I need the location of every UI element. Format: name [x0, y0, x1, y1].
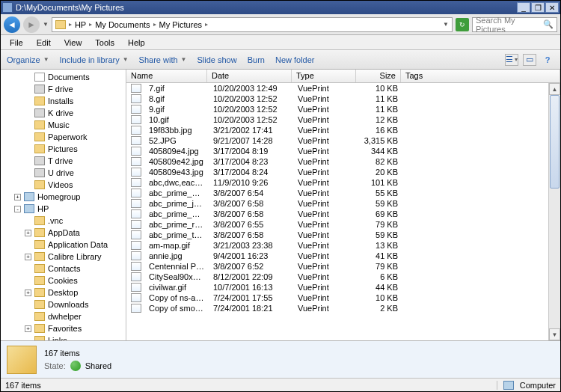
preview-pane-button[interactable]: ▭	[523, 54, 536, 66]
burn-button[interactable]: Burn	[248, 55, 265, 64]
chevron-icon[interactable]: ▸	[89, 21, 92, 28]
col-size[interactable]: Size	[356, 70, 401, 82]
expand-icon[interactable]: +	[14, 194, 21, 200]
file-row[interactable]: Copy of smokefreeico...7/24/2001 18:21Vu…	[126, 303, 548, 313]
tree-node[interactable]: +Desktop	[1, 287, 126, 298]
menu-view[interactable]: View	[58, 37, 88, 49]
include-button[interactable]: Include in library▼	[60, 55, 129, 64]
restore-button[interactable]: ❐	[531, 2, 545, 13]
tree-node[interactable]: Documents	[1, 71, 126, 83]
file-row[interactable]: 7.gif10/20/2003 12:49VuePrint10 KB	[126, 83, 548, 94]
scroll-thumb[interactable]	[550, 95, 560, 189]
chevron-icon[interactable]: ▸	[205, 21, 208, 28]
minimize-button[interactable]: _	[517, 2, 530, 13]
tree-node[interactable]: Music	[1, 119, 126, 131]
file-row[interactable]: abc_prime_road_070...3/8/2007 6:55VuePri…	[126, 219, 548, 230]
tree-node[interactable]: .vnc	[1, 215, 126, 227]
tree-node[interactable]: Videos	[1, 179, 126, 191]
file-row[interactable]: abc,dwc,eac.jpg11/9/2010 9:26VuePrint101…	[126, 177, 548, 188]
tree-node[interactable]: Cookies	[1, 275, 126, 287]
dropdown-icon[interactable]: ▼	[443, 21, 449, 28]
expand-icon[interactable]: +	[25, 325, 31, 332]
file-icon	[131, 84, 141, 93]
chevron-icon[interactable]: ▸	[69, 21, 72, 28]
tree-node[interactable]: T drive	[1, 155, 126, 167]
tree-node[interactable]: +Homegroup	[1, 191, 126, 203]
file-icon	[131, 147, 141, 156]
expand-icon[interactable]: +	[25, 230, 31, 236]
help-button[interactable]: ?	[541, 54, 554, 66]
file-row[interactable]: abc_prime_plaid_070...3/8/2007 6:58VuePr…	[126, 209, 548, 219]
expand-icon[interactable]: -	[14, 206, 21, 212]
file-row[interactable]: 52.JPG9/21/2007 14:28VuePrint3,315 KB	[126, 135, 548, 146]
file-rows[interactable]: 7.gif10/20/2003 12:49VuePrint10 KB8.gif1…	[126, 83, 548, 340]
file-row[interactable]: civilwar.gif10/7/2001 16:13VuePrint44 KB	[126, 282, 548, 293]
file-row[interactable]: Copy of ns-ani.gif7/24/2001 17:55VuePrin…	[126, 293, 548, 303]
newfolder-button[interactable]: New folder	[275, 55, 315, 64]
refresh-button[interactable]: ↻	[456, 18, 469, 31]
breadcrumb-seg[interactable]: My Pictures	[159, 20, 202, 29]
breadcrumb[interactable]: ▸ HP ▸ My Documents ▸ My Pictures ▸ ▼	[52, 17, 453, 32]
menu-help[interactable]: Help	[122, 37, 151, 49]
tree-node[interactable]: U drive	[1, 167, 126, 179]
organize-button[interactable]: Organize▼	[7, 55, 49, 64]
folder-icon	[34, 240, 45, 249]
file-row[interactable]: Centennial Park.jpg3/8/2007 6:52VuePrint…	[126, 261, 548, 272]
file-row[interactable]: am-map.gif3/21/2003 23:38VuePrint13 KB	[126, 240, 548, 251]
scroll-down-button[interactable]: ▼	[549, 328, 560, 340]
expand-icon[interactable]: +	[25, 254, 31, 260]
tree-node[interactable]: K drive	[1, 107, 126, 119]
tree-node[interactable]: F drive	[1, 83, 126, 95]
file-type: VuePrint	[293, 262, 358, 271]
file-row[interactable]: 8.gif10/20/2003 12:52VuePrint11 KB	[126, 94, 548, 104]
tree-node[interactable]: Links	[1, 334, 126, 340]
tree-node[interactable]: Installs	[1, 95, 126, 107]
history-dropdown[interactable]: ▼	[43, 21, 49, 28]
expand-icon[interactable]: +	[25, 290, 31, 296]
file-row[interactable]: CitySeal90x90.jpg8/12/2001 22:09VuePrint…	[126, 272, 548, 282]
tree-node[interactable]: Application Data	[1, 239, 126, 251]
file-row[interactable]: 9.gif10/20/2003 12:52VuePrint11 KB	[126, 104, 548, 114]
file-row[interactable]: annie.jpg9/4/2001 16:23VuePrint41 KB	[126, 251, 548, 261]
tree-node[interactable]: Pictures	[1, 143, 126, 155]
col-type[interactable]: Type	[292, 70, 356, 82]
breadcrumb-seg[interactable]: My Documents	[95, 20, 150, 29]
tree-node[interactable]: +AppData	[1, 227, 126, 239]
file-row[interactable]: 19f83bb.jpg3/21/2002 17:41VuePrint16 KB	[126, 125, 548, 135]
tree-node[interactable]: Paperwork	[1, 131, 126, 143]
folder-tree[interactable]: DocumentsF driveInstallsK driveMusicPape…	[1, 70, 126, 340]
scroll-up-button[interactable]: ▲	[549, 83, 560, 95]
tree-node[interactable]: +Calibre Library	[1, 251, 126, 263]
search-input[interactable]: Search My Pictures 🔍	[472, 17, 557, 32]
file-row[interactable]: 405809e42.jpg3/17/2004 8:23VuePrint82 KB	[126, 156, 548, 167]
view-mode-button[interactable]: ☰▾	[505, 54, 518, 66]
slideshow-button[interactable]: Slide show	[197, 55, 236, 64]
file-row[interactable]: 405809e43.jpg3/17/2004 8:24VuePrint20 KB	[126, 167, 548, 177]
tree-node[interactable]: dwhelper	[1, 310, 126, 322]
menu-edit[interactable]: Edit	[31, 37, 57, 49]
titlebar[interactable]: D:\MyDocuments\My Pictures _ ❐ ✕	[1, 1, 560, 14]
share-button[interactable]: Share with▼	[139, 55, 187, 64]
file-row[interactable]: abc_prime_table_07...3/8/2007 6:58VuePri…	[126, 230, 548, 240]
tree-node[interactable]: -HP	[1, 203, 126, 215]
scrollbar[interactable]: ▲ ▼	[548, 83, 560, 340]
forward-button[interactable]: ►	[23, 16, 40, 33]
tree-node[interactable]: Downloads	[1, 298, 126, 310]
menu-tools[interactable]: Tools	[89, 37, 120, 49]
menu-file[interactable]: File	[4, 37, 29, 49]
breadcrumb-seg[interactable]: HP	[75, 20, 86, 29]
tree-node[interactable]: Contacts	[1, 263, 126, 275]
close-button[interactable]: ✕	[545, 2, 559, 13]
scroll-track[interactable]	[549, 95, 560, 328]
col-name[interactable]: Name	[126, 70, 207, 82]
file-row[interactable]: abc_prime_john2_07...3/8/2007 6:58VuePri…	[126, 198, 548, 209]
file-row[interactable]: abc_prime_boy_0702...3/8/2007 6:54VuePri…	[126, 188, 548, 198]
folder-icon	[34, 312, 45, 321]
col-tags[interactable]: Tags	[401, 70, 560, 82]
chevron-icon[interactable]: ▸	[153, 21, 156, 28]
file-row[interactable]: 10.gif10/20/2003 12:52VuePrint12 KB	[126, 114, 548, 125]
file-row[interactable]: 405809e4.jpg3/17/2004 8:19VuePrint344 KB	[126, 146, 548, 156]
col-date[interactable]: Date	[207, 70, 292, 82]
back-button[interactable]: ◄	[4, 16, 20, 33]
tree-node[interactable]: +Favorites	[1, 322, 126, 334]
